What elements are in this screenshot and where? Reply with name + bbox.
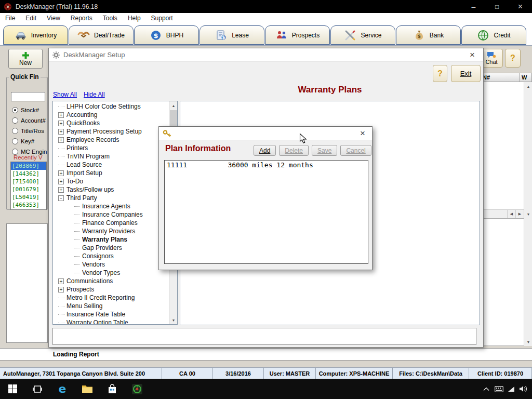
recent-item[interactable]: [466353] bbox=[11, 201, 46, 209]
grid-vertical-scrollbar[interactable] bbox=[524, 82, 532, 218]
tab-bhph[interactable]: $BHPH bbox=[134, 25, 199, 45]
radio-key[interactable]: Key# bbox=[12, 138, 47, 144]
scroll-up-icon[interactable] bbox=[524, 82, 532, 90]
grid-header-n[interactable]: N# bbox=[481, 73, 520, 82]
quick-find-input[interactable] bbox=[11, 92, 45, 101]
scroll-up-icon[interactable] bbox=[169, 101, 178, 110]
tree-item-insurance-rate-table[interactable]: Insurance Rate Table bbox=[53, 310, 168, 318]
taskbar-edge-button[interactable]: e bbox=[50, 379, 75, 399]
show-all-link[interactable]: Show All bbox=[53, 91, 77, 98]
recent-item[interactable]: [L50419] bbox=[11, 193, 46, 201]
recent-item[interactable]: [203869] bbox=[11, 162, 46, 170]
tree-expand-box[interactable]: + bbox=[58, 187, 64, 193]
plan-row[interactable]: 11111 36000 miles 12 months bbox=[165, 161, 368, 170]
setup-help-button[interactable]: ? bbox=[433, 65, 447, 82]
tree-item-third-party[interactable]: -Third Party bbox=[53, 194, 168, 202]
taskbar-taskview-button[interactable] bbox=[25, 379, 50, 399]
tree-expand-box[interactable]: + bbox=[58, 278, 64, 284]
tree-item-gap-providers[interactable]: Gap Providers bbox=[53, 244, 168, 252]
tree-expand-box[interactable]: + bbox=[58, 137, 64, 143]
tree-item-menu-selling[interactable]: Menu Selling bbox=[53, 302, 168, 310]
menu-item-support[interactable]: Support bbox=[146, 15, 178, 22]
scroll-down-icon[interactable] bbox=[169, 316, 178, 324]
taskbar-folder-button[interactable] bbox=[75, 379, 100, 399]
tree-expand-box[interactable]: + bbox=[58, 179, 64, 184]
titlebar-maximize-button[interactable] bbox=[485, 0, 509, 13]
scroll-down-icon[interactable] bbox=[524, 338, 532, 346]
tab-prospects[interactable]: Prospects bbox=[265, 25, 330, 45]
tree-item-lead-source[interactable]: Lead Source bbox=[53, 161, 168, 169]
tree-item-vendor-types[interactable]: Vendor Types bbox=[53, 269, 168, 277]
tree-collapse-box[interactable]: - bbox=[58, 195, 64, 201]
plan-close-button[interactable] bbox=[355, 127, 370, 140]
lower-vertical-scrollbar[interactable] bbox=[524, 218, 532, 346]
taskbar-deskmanager-button[interactable] bbox=[125, 379, 150, 399]
tree-item-quickbooks[interactable]: +QuickBooks bbox=[53, 119, 168, 127]
tree-item-trivin-program[interactable]: TriVIN Program bbox=[53, 152, 168, 161]
help-button[interactable]: ? bbox=[505, 49, 521, 68]
taskbar-store-button[interactable] bbox=[100, 379, 125, 399]
setup-exit-button[interactable]: Exit bbox=[451, 65, 481, 82]
tab-service[interactable]: Service bbox=[330, 25, 395, 45]
scroll-left-icon[interactable] bbox=[507, 210, 515, 218]
tree-item-vendors[interactable]: Vendors bbox=[53, 260, 168, 269]
recently-viewed-label[interactable]: Recently V bbox=[14, 154, 43, 161]
grid-header-w[interactable]: W bbox=[520, 73, 531, 82]
tree-item-insurance-agents[interactable]: Insurance Agents bbox=[53, 202, 168, 210]
grid-horizontal-scrollbar[interactable] bbox=[480, 209, 524, 218]
tree-item-warranty-providers[interactable]: Warranty Providers bbox=[53, 227, 168, 235]
radio-title-ros[interactable]: Title/Ros bbox=[12, 127, 47, 134]
tree-expand-box[interactable]: + bbox=[58, 121, 64, 126]
tree-item-tasks-follow-ups[interactable]: +Tasks/Follow ups bbox=[53, 185, 168, 194]
tray-keyboard[interactable] bbox=[493, 379, 505, 399]
plan-list[interactable]: 11111 36000 miles 12 months bbox=[164, 160, 368, 264]
tray-chevron-up[interactable] bbox=[480, 379, 493, 399]
tray-speaker[interactable] bbox=[517, 379, 530, 399]
tree-expand-box[interactable]: + bbox=[58, 287, 64, 292]
titlebar-minimize-button[interactable] bbox=[462, 0, 485, 13]
menu-item-reports[interactable]: Reports bbox=[65, 15, 98, 22]
menu-item-edit[interactable]: Edit bbox=[20, 15, 42, 22]
tree-item-warranty-plans[interactable]: Warranty Plans bbox=[53, 235, 168, 244]
scroll-right-icon[interactable] bbox=[515, 210, 524, 218]
menu-item-tools[interactable]: Tools bbox=[98, 15, 123, 22]
tree-item-consignors[interactable]: Consignors bbox=[53, 252, 168, 260]
tree-item-lhph-color-code-settings[interactable]: LHPH Color Code Settings bbox=[53, 102, 168, 111]
tab-bank[interactable]: $Bank bbox=[396, 25, 461, 45]
menu-item-view[interactable]: View bbox=[42, 15, 65, 22]
taskbar-start-button[interactable] bbox=[0, 379, 25, 399]
recent-item[interactable]: [144362] bbox=[11, 170, 46, 178]
tree-expand-box[interactable]: + bbox=[58, 129, 64, 135]
hide-all-link[interactable]: Hide All bbox=[84, 91, 105, 98]
setup-close-button[interactable] bbox=[464, 48, 480, 62]
tab-deal-trade[interactable]: Deal/Trade bbox=[69, 25, 134, 45]
tray-network[interactable] bbox=[505, 379, 517, 399]
tab-credit[interactable]: Credit bbox=[461, 25, 526, 45]
radio-stock[interactable]: Stock# bbox=[12, 107, 47, 113]
recent-item[interactable]: [715400] bbox=[11, 178, 46, 185]
menu-item-help[interactable]: Help bbox=[123, 15, 146, 22]
tree-item-employee-records[interactable]: +Employee Records bbox=[53, 136, 168, 144]
tab-lease[interactable]: $Lease bbox=[200, 25, 264, 45]
tree-item-prospects[interactable]: +Prospects bbox=[53, 285, 168, 294]
plan-dialog-titlebar[interactable] bbox=[159, 127, 372, 140]
tree-item-warranty-option-table[interactable]: Warranty Option Table bbox=[53, 318, 168, 325]
new-button[interactable]: New bbox=[8, 49, 43, 69]
tree-expand-box[interactable]: + bbox=[58, 170, 64, 176]
tree-item-communications[interactable]: +Communications bbox=[53, 277, 168, 285]
scroll-down-icon[interactable] bbox=[524, 210, 532, 218]
tree-item-payment-processing-setup[interactable]: +Payment Processing Setup bbox=[53, 127, 168, 136]
titlebar-close-button[interactable] bbox=[509, 0, 532, 13]
tree-item-finance-companies[interactable]: Finance Companies bbox=[53, 219, 168, 227]
tree-expand-box[interactable]: + bbox=[58, 112, 64, 118]
menu-item-file[interactable]: File bbox=[0, 15, 20, 22]
tab-inventory[interactable]: Inventory bbox=[3, 25, 68, 45]
setup-dialog-titlebar[interactable]: DeskManager Setup bbox=[49, 48, 483, 62]
recent-item[interactable]: [001679] bbox=[11, 185, 46, 193]
tree-item-printers[interactable]: Printers bbox=[53, 144, 168, 152]
tree-item-import-setup[interactable]: +Import Setup bbox=[53, 169, 168, 177]
tree-item-metro-ii-credit-reporting[interactable]: Metro II Credit Reporting bbox=[53, 294, 168, 302]
tree-item-insurance-companies[interactable]: Insurance Companies bbox=[53, 210, 168, 219]
tree-item-accounting[interactable]: +Accounting bbox=[53, 111, 168, 119]
tree-item-to-do[interactable]: +To-Do bbox=[53, 177, 168, 185]
